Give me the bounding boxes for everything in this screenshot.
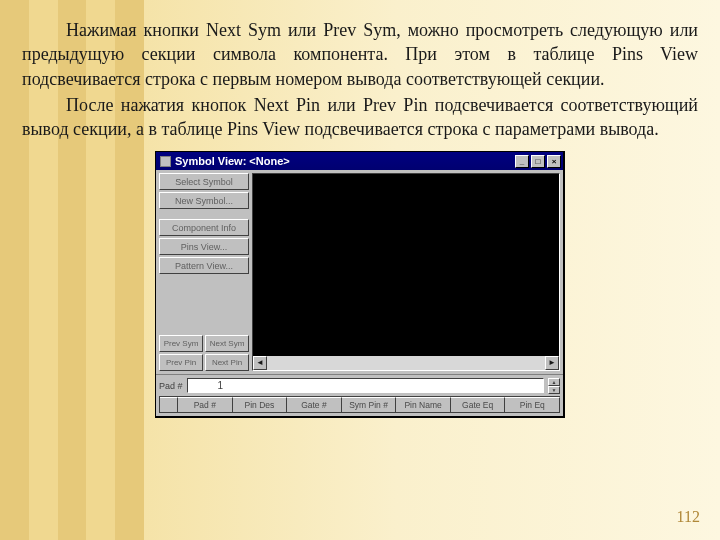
scroll-track[interactable] [267, 356, 545, 370]
page-number: 112 [677, 506, 700, 528]
new-symbol-button[interactable]: New Symbol... [159, 192, 249, 209]
col-pineq: Pin Eq [505, 397, 560, 413]
component-info-button[interactable]: Component Info [159, 219, 249, 236]
pad-number-label: Pad # [159, 380, 183, 392]
pad-spinner[interactable]: ▲ ▼ [548, 378, 560, 393]
canvas-area: ◄ ► [252, 173, 560, 371]
select-symbol-button[interactable]: Select Symbol [159, 173, 249, 190]
pad-number-field[interactable]: 1 [187, 378, 544, 393]
minimize-button[interactable]: _ [515, 155, 529, 168]
horizontal-scrollbar[interactable]: ◄ ► [253, 356, 559, 370]
pins-table-header: Pad # Pin Des Gate # Sym Pin # Pin Name … [159, 396, 560, 413]
col-pad: Pad # [178, 397, 233, 413]
col-gate: Gate # [287, 397, 342, 413]
col-gateeq: Gate Eq [451, 397, 506, 413]
spin-down-icon[interactable]: ▼ [548, 386, 560, 394]
col-pindes: Pin Des [233, 397, 288, 413]
app-icon [160, 156, 171, 167]
col-sympin: Sym Pin # [342, 397, 397, 413]
prev-sym-button[interactable]: Prev Sym [159, 335, 203, 352]
row-header-cell [160, 397, 178, 413]
pins-view-button[interactable]: Pins View... [159, 238, 249, 255]
prev-pin-button[interactable]: Prev Pin [159, 354, 203, 371]
pattern-view-button[interactable]: Pattern View... [159, 257, 249, 274]
paragraph-2: После нажатия кнопок Next Pin или Prev P… [22, 93, 698, 142]
next-sym-button[interactable]: Next Sym [205, 335, 249, 352]
scroll-right-icon[interactable]: ► [545, 356, 559, 370]
lower-panel: Pad # 1 ▲ ▼ Pad # Pin Des Gate # Sym Pin… [156, 374, 563, 416]
maximize-button[interactable]: □ [531, 155, 545, 168]
next-pin-button[interactable]: Next Pin [205, 354, 249, 371]
scroll-left-icon[interactable]: ◄ [253, 356, 267, 370]
paragraph-1: Нажимая кнопки Next Sym или Prev Sym, мо… [22, 18, 698, 91]
col-pinname: Pin Name [396, 397, 451, 413]
window-title: Symbol View: <None> [175, 154, 290, 169]
side-panel: Select Symbol New Symbol... Component In… [159, 173, 249, 371]
symbol-canvas[interactable] [253, 174, 559, 356]
close-button[interactable]: × [547, 155, 561, 168]
spin-up-icon[interactable]: ▲ [548, 378, 560, 386]
symbol-view-screenshot: Symbol View: <None> _ □ × Select Symbol … [155, 151, 565, 418]
window-titlebar[interactable]: Symbol View: <None> _ □ × [156, 152, 563, 170]
